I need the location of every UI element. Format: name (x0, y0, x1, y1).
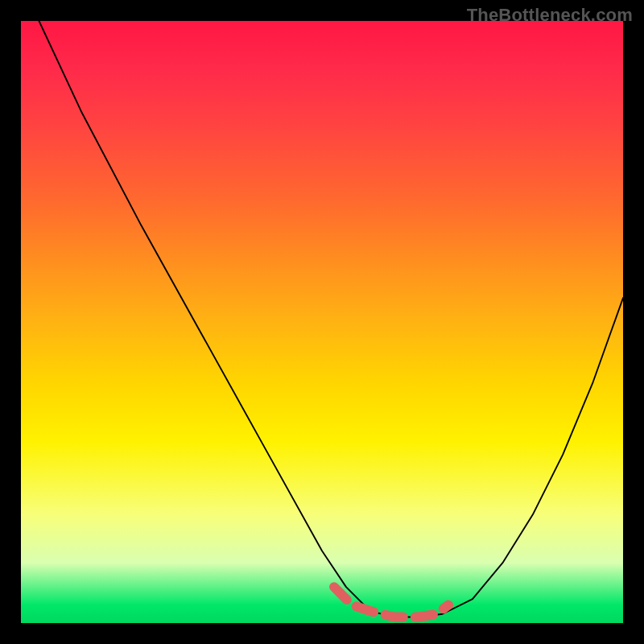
chart-frame: TheBottleneck.com (0, 0, 644, 644)
plot-gradient-background (21, 21, 623, 623)
optimal-range-highlight (21, 21, 623, 623)
watermark-text: TheBottleneck.com (467, 5, 633, 26)
